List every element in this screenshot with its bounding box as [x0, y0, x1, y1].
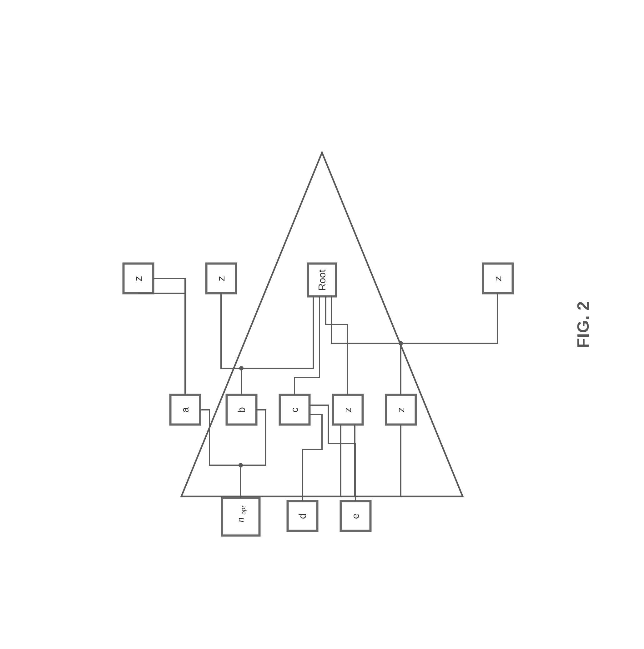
node-d-label: d: [297, 513, 308, 519]
node-z-right-1: z: [206, 264, 236, 293]
figure-caption: FIG. 2: [574, 301, 592, 348]
node-z-low: z: [386, 395, 416, 425]
node-z-top-label: z: [133, 276, 144, 281]
node-z-mid: z: [333, 395, 362, 425]
node-z-bottom-label: z: [492, 276, 503, 281]
wire-b-zright1: [221, 293, 241, 395]
wire-c-root: [295, 296, 319, 395]
node-c-label: c: [289, 407, 300, 413]
wire-zlow-zbottom: [401, 293, 498, 343]
junction-nopt: [239, 463, 243, 467]
wire-c-d: [302, 415, 322, 501]
wire-zlow-root: [331, 296, 401, 395]
wire-a-to-ztop: [153, 278, 185, 395]
wire-b-root: [241, 296, 313, 368]
node-d: d: [288, 501, 317, 531]
node-b-label: b: [236, 407, 247, 413]
node-root: Root: [308, 264, 336, 296]
node-a-label: a: [179, 407, 191, 413]
diagram-svg: Root z a z b c z: [103, 106, 541, 543]
node-z-top: z: [124, 264, 153, 293]
node-z-bottom: z: [483, 264, 513, 293]
node-e-label: e: [350, 513, 361, 519]
node-a: a: [170, 395, 200, 425]
node-z-right-1-label: z: [215, 276, 227, 281]
node-nopt-n: n: [234, 517, 246, 522]
node-e: e: [341, 501, 371, 531]
node-nopt-sub: opt: [239, 506, 247, 515]
wire-a-ztop: [138, 293, 185, 395]
node-nopt: n opt: [222, 498, 259, 535]
node-root-label: Root: [316, 269, 328, 291]
wire-zmid-root: [326, 296, 348, 395]
node-z-mid-label: z: [342, 407, 353, 413]
node-c: c: [280, 395, 309, 425]
diagram-stage: Root z a z b c z: [103, 106, 541, 543]
node-b: b: [227, 395, 256, 425]
node-z-low-label: z: [395, 407, 406, 413]
svg-rect-9: [222, 498, 259, 535]
